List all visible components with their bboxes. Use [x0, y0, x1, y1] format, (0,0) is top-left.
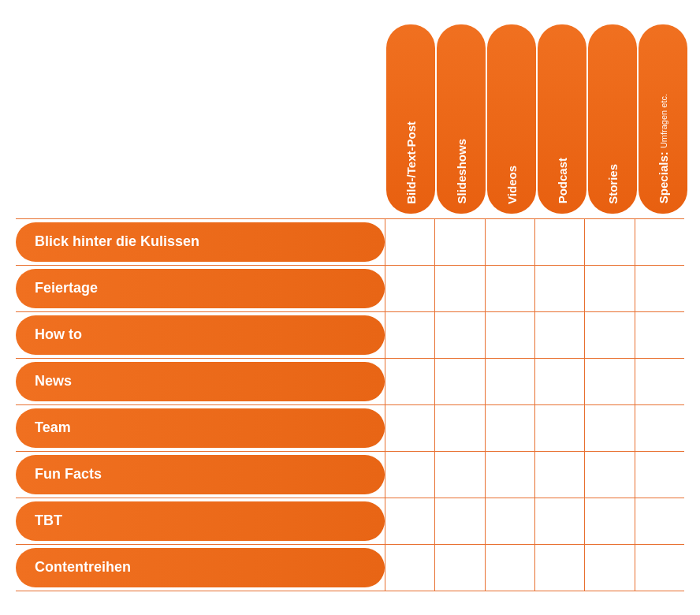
row-label-spacer: [16, 24, 386, 214]
data-section: Blick hinter die KulissenFeiertageHow to…: [16, 218, 684, 591]
col-header-stories: Stories: [588, 24, 637, 214]
cell-feiertage-slideshows[interactable]: [435, 266, 485, 311]
cell-contentreihen-slideshows[interactable]: [435, 545, 485, 591]
row-cells-fun-facts: [385, 452, 684, 498]
table-row: Fun Facts: [16, 452, 684, 498]
col-header-label-podcast: Podcast: [556, 158, 569, 203]
cell-fun-facts-bild-text-post[interactable]: [385, 452, 435, 498]
col-header-label-videos: Videos: [505, 166, 519, 204]
row-label-blick-hinter-die-kulissen: Blick hinter die Kulissen: [16, 222, 385, 262]
cell-contentreihen-podcast[interactable]: [535, 545, 585, 591]
row-label-team: Team: [16, 408, 385, 448]
col-header-podcast: Podcast: [538, 24, 586, 214]
col-header-bild-text-post: Bild-/Text-Post: [386, 24, 435, 214]
cell-fun-facts-videos[interactable]: [486, 452, 535, 498]
cell-fun-facts-podcast[interactable]: [535, 452, 585, 498]
cell-feiertage-bild-text-post[interactable]: [385, 266, 435, 311]
cell-fun-facts-slideshows[interactable]: [435, 452, 485, 498]
cell-news-specials[interactable]: [635, 359, 684, 404]
cell-team-stories[interactable]: [585, 405, 635, 451]
cell-blick-hinter-die-kulissen-bild-text-post[interactable]: [385, 219, 435, 265]
cell-team-specials[interactable]: [635, 405, 684, 451]
cell-how-to-slideshows[interactable]: [435, 312, 485, 358]
cell-contentreihen-specials[interactable]: [635, 545, 684, 591]
table-row: TBT: [16, 498, 684, 545]
cell-how-to-specials[interactable]: [635, 312, 684, 358]
cell-feiertage-videos[interactable]: [486, 266, 535, 311]
cell-tbt-slideshows[interactable]: [435, 498, 485, 544]
cell-how-to-podcast[interactable]: [535, 312, 585, 358]
row-label-contentreihen: Contentreihen: [16, 548, 385, 587]
cell-blick-hinter-die-kulissen-podcast[interactable]: [535, 219, 585, 265]
col-header-label-slideshows: Slideshows: [455, 139, 468, 204]
row-cells-how-to: [385, 312, 684, 358]
col-header-videos: Videos: [487, 24, 536, 214]
row-label-how-to: How to: [16, 315, 385, 355]
row-cells-feiertage: [385, 266, 684, 311]
row-label-feiertage: Feiertage: [16, 269, 385, 308]
row-cells-team: [385, 405, 684, 451]
cell-blick-hinter-die-kulissen-videos[interactable]: [486, 219, 535, 265]
cell-tbt-podcast[interactable]: [535, 498, 585, 544]
col-header-label-bild-text-post: Bild-/Text-Post: [404, 121, 418, 204]
row-label-fun-facts: Fun Facts: [16, 455, 385, 494]
cell-blick-hinter-die-kulissen-slideshows[interactable]: [435, 219, 485, 265]
row-cells-contentreihen: [385, 545, 684, 591]
row-label-tbt: TBT: [16, 501, 385, 541]
cell-how-to-bild-text-post[interactable]: [385, 312, 435, 358]
cell-tbt-stories[interactable]: [585, 498, 635, 544]
cell-contentreihen-bild-text-post[interactable]: [385, 545, 435, 591]
cell-news-bild-text-post[interactable]: [385, 359, 435, 404]
matrix-container: Bild-/Text-PostSlideshowsVideosPodcastSt…: [0, 9, 700, 607]
col-header-label-stories: Stories: [606, 164, 620, 204]
cell-fun-facts-stories[interactable]: [585, 452, 635, 498]
cell-feiertage-podcast[interactable]: [535, 266, 585, 311]
table-row: News: [16, 359, 684, 405]
cell-news-videos[interactable]: [486, 359, 535, 404]
cell-blick-hinter-die-kulissen-stories[interactable]: [585, 219, 635, 265]
cell-news-stories[interactable]: [585, 359, 635, 404]
cell-tbt-videos[interactable]: [486, 498, 535, 544]
row-cells-news: [385, 359, 684, 404]
cell-how-to-stories[interactable]: [585, 312, 635, 358]
row-cells-tbt: [385, 498, 684, 544]
table-row: Feiertage: [16, 266, 684, 312]
header-row: Bild-/Text-PostSlideshowsVideosPodcastSt…: [16, 24, 684, 214]
cell-tbt-bild-text-post[interactable]: [385, 498, 435, 544]
cell-tbt-specials[interactable]: [635, 498, 684, 544]
cell-team-videos[interactable]: [486, 405, 535, 451]
row-label-news: News: [16, 362, 385, 401]
cell-contentreihen-stories[interactable]: [585, 545, 635, 591]
cell-news-slideshows[interactable]: [435, 359, 485, 404]
cell-contentreihen-videos[interactable]: [486, 545, 535, 591]
table-row: Contentreihen: [16, 545, 684, 591]
table-row: Blick hinter die Kulissen: [16, 218, 684, 266]
cell-blick-hinter-die-kulissen-specials[interactable]: [635, 219, 684, 265]
col-header-slideshows: Slideshows: [437, 24, 486, 214]
column-headers: Bild-/Text-PostSlideshowsVideosPodcastSt…: [386, 24, 687, 214]
cell-news-podcast[interactable]: [535, 359, 585, 404]
cell-team-slideshows[interactable]: [435, 405, 485, 451]
cell-team-podcast[interactable]: [535, 405, 585, 451]
cell-feiertage-specials[interactable]: [635, 266, 684, 311]
table-row: How to: [16, 312, 684, 359]
cell-how-to-videos[interactable]: [486, 312, 535, 358]
cell-team-bild-text-post[interactable]: [385, 405, 435, 451]
row-cells-blick-hinter-die-kulissen: [385, 219, 684, 265]
cell-fun-facts-specials[interactable]: [635, 452, 684, 498]
table-row: Team: [16, 405, 684, 452]
col-header-specials: Specials: Umfragen etc.: [639, 24, 687, 214]
col-header-label-specials: Specials: Umfragen etc.: [657, 94, 670, 203]
cell-feiertage-stories[interactable]: [585, 266, 635, 311]
